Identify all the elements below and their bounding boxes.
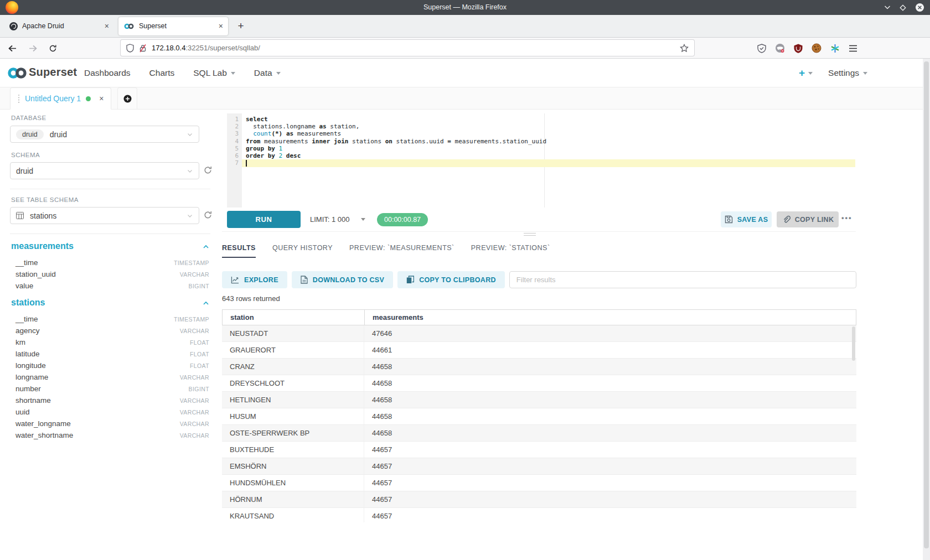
column-type: FLOAT bbox=[190, 339, 209, 346]
add-new-button[interactable]: + bbox=[799, 67, 813, 79]
browser-toolbar: 172.18.0.4:32251/superset/sqllab/ bbox=[0, 38, 930, 59]
tab-close-icon[interactable]: × bbox=[105, 22, 109, 30]
results-tab-results[interactable]: RESULTS bbox=[222, 244, 256, 258]
drag-handle-icon[interactable] bbox=[18, 94, 20, 103]
limit-dropdown[interactable]: LIMIT: 1 000 bbox=[310, 211, 365, 228]
cell-station: DREYSCHLOOT bbox=[222, 375, 364, 391]
window-minimize-icon[interactable] bbox=[884, 5, 891, 10]
cell-measurements: 44657 bbox=[364, 491, 856, 507]
chevron-up-icon[interactable] bbox=[203, 244, 209, 249]
cell-station: NEUSTADT bbox=[222, 325, 364, 341]
settings-menu[interactable]: Settings bbox=[828, 68, 867, 78]
window-maximize-icon[interactable] bbox=[900, 4, 906, 11]
chevron-up-icon[interactable] bbox=[203, 300, 209, 305]
app-menu-icon[interactable] bbox=[849, 45, 857, 52]
table-scrollbar-thumb[interactable] bbox=[852, 326, 855, 361]
reload-button[interactable] bbox=[49, 44, 57, 53]
column-row: shortnameVARCHAR bbox=[16, 395, 209, 406]
cell-measurements: 44657 bbox=[364, 475, 856, 491]
run-button[interactable]: RUN bbox=[227, 211, 301, 228]
more-actions-button[interactable]: ••• bbox=[841, 214, 852, 222]
cell-measurements: 44657 bbox=[364, 508, 856, 522]
results-table-body[interactable]: NEUSTADT47646GRAUERORT44661CRANZ44658DRE… bbox=[222, 325, 856, 522]
table-row: DREYSCHLOOT44658 bbox=[222, 375, 856, 392]
tracking-shield-icon[interactable] bbox=[126, 44, 134, 53]
column-header-measurements[interactable]: measurements bbox=[365, 310, 856, 325]
query-tab-untitled-query-1[interactable]: Untitled Query 1 × bbox=[10, 87, 111, 110]
schema-section-title: stations bbox=[11, 298, 45, 308]
copy-link-button[interactable]: COPY LINK bbox=[777, 211, 839, 227]
nav-item-sql-lab[interactable]: SQL Lab bbox=[193, 68, 235, 78]
cookie-icon[interactable] bbox=[812, 43, 822, 53]
brand-title[interactable]: Superset bbox=[29, 66, 77, 79]
bookmark-star-icon[interactable] bbox=[680, 44, 689, 53]
browser-tab-apache-druid[interactable]: Apache Druid × bbox=[4, 17, 114, 35]
nav-item-label: Data bbox=[254, 68, 272, 78]
table-row: BUXTEHUDE44657 bbox=[222, 442, 856, 458]
superset-logo-icon[interactable] bbox=[7, 66, 28, 82]
shield-check-icon[interactable] bbox=[757, 44, 766, 53]
column-row: valueBIGINT bbox=[16, 280, 209, 292]
cell-station: HUNDSMÜHLEN bbox=[222, 475, 364, 491]
cell-station: CRANZ bbox=[222, 359, 364, 375]
browser-tabstrip: Apache Druid × Superset × + bbox=[0, 15, 930, 38]
editor-code[interactable]: select stations.longname as station, cou… bbox=[242, 113, 855, 208]
account-mask-icon[interactable] bbox=[775, 43, 785, 53]
schema-columns: __timeTIMESTAMPagencyVARCHARkmFLOATlatit… bbox=[16, 313, 209, 441]
line-number: 1 bbox=[227, 116, 239, 123]
new-tab-button[interactable]: + bbox=[231, 17, 250, 35]
column-name: km bbox=[16, 338, 25, 346]
scrollbar-thumb[interactable] bbox=[924, 61, 929, 548]
column-row: __timeTIMESTAMP bbox=[16, 313, 209, 325]
page-scrollbar[interactable] bbox=[923, 59, 930, 560]
cell-measurements: 44658 bbox=[364, 359, 856, 375]
insecure-lock-icon[interactable] bbox=[139, 44, 147, 53]
column-name: longitude bbox=[16, 361, 46, 370]
line-number: 4 bbox=[227, 138, 239, 145]
new-query-tab-button[interactable] bbox=[117, 87, 137, 109]
ublock-icon[interactable] bbox=[794, 44, 803, 53]
column-name: __time bbox=[16, 315, 38, 323]
forward-button[interactable] bbox=[28, 44, 38, 53]
druid-favicon bbox=[9, 22, 18, 30]
results-tab-query-history[interactable]: QUERY HISTORY bbox=[272, 244, 333, 258]
limit-label: LIMIT: bbox=[310, 215, 329, 224]
url-text[interactable]: 172.18.0.4:32251/superset/sqllab/ bbox=[152, 44, 260, 52]
download-to-csv-button[interactable]: DOWNLOAD TO CSV bbox=[292, 271, 393, 288]
table-row: OSTE-SPERRWERK BP44658 bbox=[222, 425, 856, 442]
table-row: HÖRNUM44657 bbox=[222, 491, 856, 508]
sql-editor[interactable]: 1234567 select stations.longname as stat… bbox=[227, 113, 855, 208]
column-type: VARCHAR bbox=[180, 397, 209, 404]
save-as-label: SAVE AS bbox=[737, 216, 768, 224]
cell-station: GRAUERORT bbox=[222, 342, 364, 358]
nav-item-dashboards[interactable]: Dashboards bbox=[84, 68, 131, 78]
column-row: kmFLOAT bbox=[16, 336, 209, 348]
plus-icon: + bbox=[799, 67, 805, 79]
copy-to-clipboard-button[interactable]: COPY TO CLIPBOARD bbox=[397, 271, 505, 288]
column-header-station[interactable]: station bbox=[223, 310, 365, 325]
save-as-button[interactable]: SAVE AS bbox=[721, 211, 772, 227]
results-tab-preview-measurements[interactable]: PREVIEW: `MEASUREMENTS` bbox=[349, 244, 454, 258]
nav-item-data[interactable]: Data bbox=[254, 68, 281, 78]
schema-section-measurements[interactable]: measurements bbox=[11, 241, 209, 251]
results-tab-preview-stations[interactable]: PREVIEW: `STATIONS` bbox=[471, 244, 550, 258]
text-cursor bbox=[246, 160, 247, 167]
chart-icon bbox=[231, 276, 239, 284]
window-close-icon[interactable] bbox=[915, 3, 924, 12]
url-bar[interactable]: 172.18.0.4:32251/superset/sqllab/ bbox=[121, 40, 694, 56]
tab-close-icon[interactable]: × bbox=[219, 22, 223, 30]
multicolor-asterisk-icon[interactable] bbox=[830, 44, 840, 53]
column-name: value bbox=[16, 282, 33, 290]
explore-button[interactable]: EXPLORE bbox=[222, 271, 287, 288]
column-name: shortname bbox=[16, 396, 51, 405]
back-button[interactable] bbox=[8, 44, 17, 53]
pane-drag-handle-icon[interactable] bbox=[524, 233, 536, 237]
button-label: DOWNLOAD TO CSV bbox=[313, 276, 384, 284]
filter-results-input[interactable] bbox=[509, 271, 856, 288]
column-row: water_longnameVARCHAR bbox=[16, 418, 209, 429]
query-tab-close-icon[interactable]: × bbox=[99, 94, 104, 103]
schema-section-stations[interactable]: stations bbox=[11, 298, 209, 308]
nav-item-charts[interactable]: Charts bbox=[149, 68, 175, 78]
browser-tab-superset[interactable]: Superset × bbox=[118, 17, 228, 35]
schema-section-title: measurements bbox=[11, 241, 74, 251]
